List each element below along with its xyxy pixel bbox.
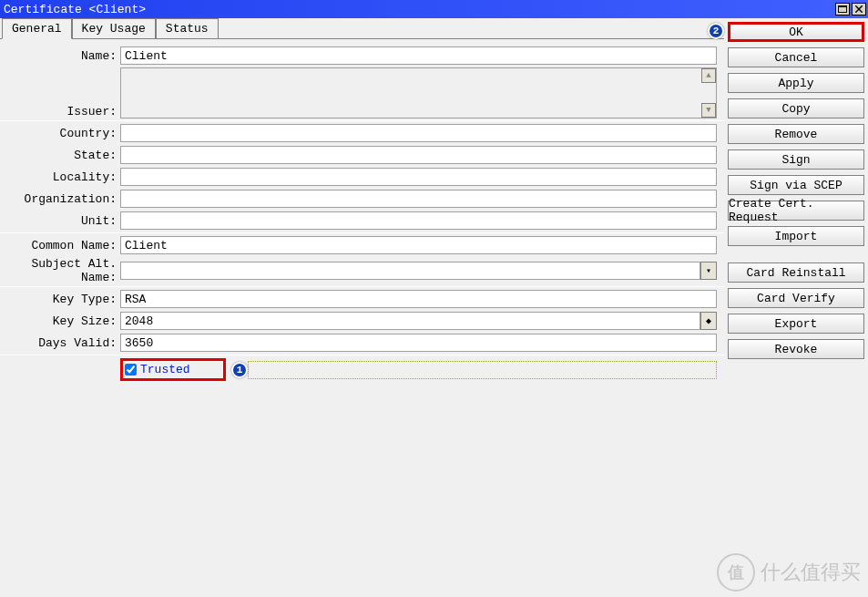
titlebar: Certificate <Client> <box>0 0 868 18</box>
window-controls <box>835 3 866 15</box>
card-reinstall-button[interactable]: Card Reinstall <box>728 262 864 283</box>
label-issuer: Issuer: <box>0 105 120 118</box>
common-name-field[interactable] <box>120 236 717 254</box>
create-cert-request-button[interactable]: Create Cert. Request <box>728 201 864 221</box>
key-type-field[interactable] <box>120 290 717 308</box>
label-organization: Organization: <box>0 192 120 206</box>
label-days-valid: Days Valid: <box>0 336 120 350</box>
apply-button[interactable]: Apply <box>728 73 864 93</box>
import-button[interactable]: Import <box>728 226 864 246</box>
label-key-size: Key Size: <box>0 314 120 328</box>
trusted-label: Trusted <box>140 363 190 376</box>
watermark: 值 什么值得买 <box>717 553 861 592</box>
organization-field[interactable] <box>120 190 717 208</box>
trusted-checkbox-group: Trusted <box>120 358 226 381</box>
watermark-icon: 值 <box>717 553 755 592</box>
trusted-checkbox[interactable] <box>125 364 137 376</box>
remove-button[interactable]: Remove <box>728 124 864 144</box>
label-state: State: <box>0 149 120 162</box>
sign-via-scep-button[interactable]: Sign via SCEP <box>728 175 864 195</box>
label-key-type: Key Type: <box>0 293 120 306</box>
name-field[interactable] <box>120 46 717 65</box>
sign-button[interactable]: Sign <box>728 149 864 170</box>
label-subject-alt: Subject Alt. Name: <box>0 257 120 284</box>
state-field[interactable] <box>120 146 717 164</box>
revoke-button[interactable]: Revoke <box>728 339 864 359</box>
copy-button[interactable]: Copy <box>728 98 864 118</box>
tab-strip: General Key Usage Status <box>0 18 724 38</box>
label-common-name: Common Name: <box>0 239 120 252</box>
window-title: Certificate <Client> <box>2 3 146 16</box>
dotted-placeholder <box>248 361 717 379</box>
tab-status[interactable]: Status <box>156 18 219 38</box>
annotation-badge-1: 1 <box>231 362 248 378</box>
export-button[interactable]: Export <box>728 314 864 334</box>
separator <box>0 355 724 355</box>
button-panel: OK 2 Cancel Apply Copy Remove Sign Sign … <box>724 18 868 597</box>
locality-field[interactable] <box>120 168 717 186</box>
separator <box>0 232 724 233</box>
country-field[interactable] <box>120 124 717 142</box>
chevron-down-icon[interactable]: ▾ <box>700 262 717 280</box>
tab-key-usage[interactable]: Key Usage <box>72 18 156 38</box>
spinner-icon[interactable]: ◆ <box>700 312 717 330</box>
scroll-up-icon[interactable]: ▲ <box>701 68 716 83</box>
scroll-down-icon[interactable]: ▼ <box>701 103 716 118</box>
ok-button[interactable]: OK <box>728 22 864 42</box>
subject-alt-name-field[interactable] <box>120 262 700 280</box>
issuer-field[interactable]: ▲ ▼ <box>120 67 717 118</box>
tab-general[interactable]: General <box>2 18 72 39</box>
key-size-field[interactable] <box>120 312 700 330</box>
close-icon[interactable] <box>852 3 866 15</box>
cancel-button[interactable]: Cancel <box>728 47 864 67</box>
unit-field[interactable] <box>120 211 717 230</box>
label-name: Name: <box>0 49 120 63</box>
separator <box>0 120 724 121</box>
label-unit: Unit: <box>0 214 120 228</box>
annotation-badge-2: 2 <box>708 23 724 39</box>
card-verify-button[interactable]: Card Verify <box>728 288 864 308</box>
watermark-text: 什么值得买 <box>761 559 861 586</box>
days-valid-field[interactable] <box>120 334 717 352</box>
label-country: Country: <box>0 127 120 140</box>
label-locality: Locality: <box>0 170 120 184</box>
maximize-icon[interactable] <box>835 3 850 15</box>
tab-panel-general: Name: Issuer: ▲ ▼ Country: <box>0 38 724 597</box>
separator <box>0 286 724 287</box>
